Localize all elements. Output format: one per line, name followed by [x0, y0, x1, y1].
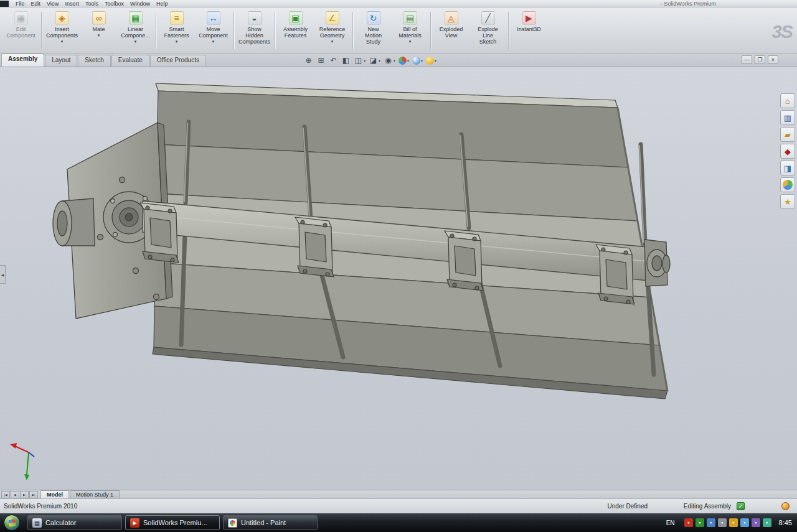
- bottom-tab-model[interactable]: Model: [40, 490, 69, 498]
- menu-tools[interactable]: Tools: [82, 1, 101, 7]
- ribbon-divider: [275, 12, 275, 49]
- view-orientation-button[interactable]: ▾: [353, 55, 366, 66]
- ribbon-button-linear-component-pattern[interactable]: LinearCompone...▾: [117, 9, 154, 52]
- quick-tips-icon[interactable]: [781, 502, 790, 510]
- dropdown-caret-icon[interactable]: ▾: [407, 58, 409, 63]
- dropdown-caret-icon[interactable]: ▾: [421, 58, 423, 63]
- start-button[interactable]: [4, 515, 20, 531]
- dropdown-caret-icon[interactable]: ▾: [394, 58, 395, 63]
- move-component-icon: [207, 11, 220, 25]
- custom-properties-icon: [783, 197, 793, 207]
- menu-insert[interactable]: Insert: [62, 1, 82, 7]
- ribbon-button-label: Show: [247, 26, 262, 32]
- last-tab-button[interactable]: ▶|: [29, 491, 38, 498]
- app-icon[interactable]: [0, 1, 9, 7]
- tab-evaluate[interactable]: Evaluate: [111, 55, 149, 67]
- dropdown-caret-icon[interactable]: ▾: [331, 39, 334, 44]
- tray-network-icon[interactable]: ▪: [707, 518, 715, 527]
- apply-scene-button[interactable]: ▾: [412, 55, 423, 66]
- bottom-tab-motion-study-1[interactable]: Motion Study 1: [70, 490, 120, 498]
- dropdown-caret-icon[interactable]: ▾: [61, 39, 64, 44]
- close-button[interactable]: ×: [768, 55, 778, 64]
- ribbon-button-smart-fasteners[interactable]: SmartFasteners▾: [158, 9, 195, 52]
- menu-view[interactable]: View: [44, 1, 62, 7]
- design-library-button[interactable]: [780, 110, 795, 125]
- minimize-button[interactable]: —: [742, 55, 752, 64]
- status-check-icon[interactable]: ✓: [737, 502, 745, 510]
- language-indicator[interactable]: EN: [663, 518, 678, 528]
- dropdown-caret-icon[interactable]: ▾: [176, 39, 178, 44]
- reference-geometry-icon: [326, 11, 339, 25]
- tab-office-products[interactable]: Office Products: [150, 55, 206, 67]
- ribbon-button-insert-components[interactable]: InsertComponents▾: [44, 9, 80, 52]
- dropdown-caret-icon[interactable]: ▾: [212, 39, 215, 44]
- tray-volume-icon[interactable]: ▪: [718, 518, 727, 527]
- tab-nav-buttons: |◀◀▶▶|: [1, 491, 39, 498]
- taskbar-button-calculator[interactable]: Calculator: [27, 515, 122, 530]
- menu-help[interactable]: Help: [153, 1, 171, 7]
- view-palette-button[interactable]: [780, 161, 795, 175]
- previous-view-button[interactable]: [328, 55, 339, 66]
- menu-items: FileEditViewInsertToolsToolboxWindowHelp: [12, 1, 171, 7]
- dropdown-caret-icon[interactable]: ▾: [379, 58, 380, 63]
- menu-window[interactable]: Window: [127, 1, 153, 7]
- ribbon-button-move-component[interactable]: MoveComponent▾: [195, 9, 232, 52]
- previous-tab-button[interactable]: ◀: [11, 491, 19, 498]
- ribbon-button-label: Components: [238, 39, 270, 45]
- next-tab-button[interactable]: ▶: [20, 491, 29, 498]
- tray-solidworks-icon[interactable]: ▪: [684, 518, 693, 527]
- tab-sketch[interactable]: Sketch: [78, 55, 111, 67]
- menu-bar: FileEditViewInsertToolsToolboxWindowHelp…: [0, 0, 797, 7]
- tray-usb-icon[interactable]: ▪: [763, 518, 771, 527]
- tray-security-icon[interactable]: ▪: [696, 518, 704, 527]
- graphics-area[interactable]: ◀: [0, 67, 797, 490]
- file-explorer-button[interactable]: [780, 127, 795, 142]
- dropdown-caret-icon[interactable]: ▾: [364, 58, 365, 63]
- ribbon-button-reference-geometry[interactable]: ReferenceGeometry▾: [314, 9, 351, 52]
- edit-appearance-button[interactable]: ▾: [398, 55, 410, 66]
- taskbar-clock[interactable]: 8:45: [779, 519, 792, 526]
- zoom-to-fit-button[interactable]: [303, 55, 314, 66]
- tab-assembly[interactable]: Assembly: [1, 54, 44, 67]
- bill-of-materials-icon: [403, 11, 417, 25]
- ribbon-button-edit-component[interactable]: EditComponent: [2, 9, 39, 52]
- ribbon-button-explode-line-sketch[interactable]: ExplodeLineSketch: [469, 9, 506, 52]
- custom-properties-button[interactable]: [780, 194, 795, 209]
- ribbon-button-bill-of-materials[interactable]: Bill ofMaterials▾: [392, 9, 428, 52]
- dropdown-caret-icon[interactable]: ▾: [435, 58, 436, 63]
- taskbar-button-label: Untitled - Paint: [241, 519, 286, 526]
- restore-button[interactable]: ❐: [755, 55, 765, 64]
- tab-layout[interactable]: Layout: [45, 55, 77, 67]
- menu-toolbox[interactable]: Toolbox: [101, 1, 127, 7]
- hide-show-items-button[interactable]: ▾: [383, 55, 396, 66]
- taskbar-button-paint[interactable]: Untitled - Paint: [223, 515, 318, 530]
- appearances-scenes-button[interactable]: [780, 177, 795, 192]
- view-settings-button[interactable]: ▾: [425, 55, 437, 66]
- toolbox-button[interactable]: [780, 144, 795, 159]
- ribbon-button-mate[interactable]: Mate▾: [80, 9, 117, 52]
- tray-sync-icon[interactable]: ▪: [740, 518, 749, 527]
- menu-edit[interactable]: Edit: [28, 1, 44, 7]
- dropdown-caret-icon[interactable]: ▾: [98, 33, 100, 38]
- collapse-panel-arrow-icon[interactable]: ◀: [0, 265, 6, 284]
- ribbon-button-new-motion-study[interactable]: NewMotionStudy: [355, 9, 392, 52]
- dropdown-caret-icon[interactable]: ▾: [409, 39, 412, 44]
- display-style-button[interactable]: ▾: [368, 55, 381, 66]
- ribbon-button-label: Smart: [169, 26, 184, 32]
- ribbon-button-exploded-view[interactable]: ExplodedView: [433, 9, 469, 52]
- solidworks-resources-button[interactable]: [780, 93, 795, 108]
- tray-power-icon[interactable]: ▪: [752, 518, 760, 527]
- menu-file[interactable]: File: [12, 1, 28, 7]
- ribbon-button-label: Exploded: [440, 26, 463, 32]
- zoom-to-area-button[interactable]: [316, 55, 326, 66]
- taskbar-button-solidworks[interactable]: SolidWorks Premiu...: [125, 515, 220, 530]
- ribbon-divider: [41, 12, 42, 49]
- ribbon-button-show-hidden-components[interactable]: ShowHiddenComponents: [236, 9, 273, 52]
- first-tab-button[interactable]: |◀: [1, 491, 10, 498]
- tray-display-icon[interactable]: ▪: [729, 518, 738, 527]
- dropdown-caret-icon[interactable]: ▾: [134, 39, 137, 44]
- ribbon-button-assembly-features[interactable]: AssemblyFeatures: [277, 9, 314, 52]
- command-tabs: AssemblyLayoutSketchEvaluateOffice Produ…: [1, 54, 207, 67]
- ribbon-button-instant3d[interactable]: Instant3D: [511, 9, 547, 52]
- section-view-button[interactable]: [341, 55, 351, 66]
